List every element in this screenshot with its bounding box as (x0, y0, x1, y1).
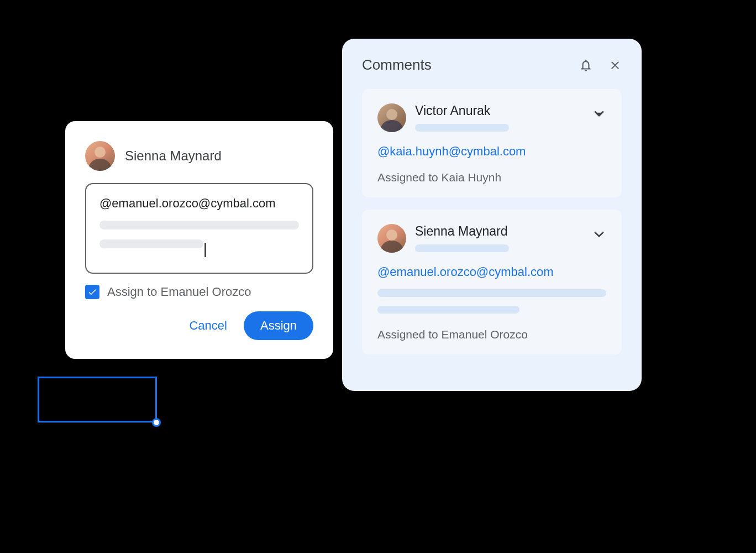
compose-author-name: Sienna Maynard (125, 148, 222, 164)
placeholder-line (377, 289, 606, 297)
button-row: Cancel Assign (85, 311, 313, 340)
comment-card[interactable]: Sienna Maynard @emanuel.orozco@cymbal.co… (362, 210, 622, 354)
comment-meta: Sienna Maynard (415, 224, 583, 252)
mention-text: @emanuel.orozco@cymbal.com (99, 196, 299, 211)
expand-button[interactable] (592, 227, 606, 244)
chevron-down-icon (592, 107, 606, 121)
chevron-down-icon (592, 227, 606, 242)
mention-link[interactable]: @emanuel.orozco@cymbal.com (377, 265, 606, 279)
close-button[interactable] (608, 59, 622, 72)
assign-label: Assign to Emanuel Orozco (107, 285, 251, 299)
comment-meta: Victor Anurak (415, 103, 583, 132)
comment-head: Sienna Maynard (377, 224, 606, 253)
cancel-button[interactable]: Cancel (177, 312, 239, 340)
avatar (377, 224, 406, 253)
comment-card[interactable]: Victor Anurak @kaia.huynh@cymbal.com Ass… (362, 89, 622, 197)
notifications-button[interactable] (579, 58, 593, 72)
avatar (377, 103, 406, 132)
placeholder-line (415, 124, 509, 132)
selection-handle[interactable] (152, 418, 161, 427)
close-icon (608, 59, 622, 72)
avatar (85, 141, 115, 171)
compose-header: Sienna Maynard (85, 141, 313, 171)
expand-button[interactable] (592, 107, 606, 123)
comments-panel: Comments Victor Anurak @kaia.huynh@cymba… (342, 39, 642, 391)
assign-button[interactable]: Assign (244, 311, 313, 340)
placeholder-line (377, 306, 519, 314)
assign-checkbox-row[interactable]: Assign to Emanuel Orozco (85, 285, 313, 299)
comment-author: Victor Anurak (415, 103, 583, 118)
panel-header: Comments (362, 56, 622, 74)
comment-input[interactable]: @emanuel.orozco@cymbal.com | (85, 183, 313, 274)
assigned-text: Assigned to Emanuel Orozco (377, 328, 606, 341)
placeholder-line (99, 221, 299, 229)
placeholder-line (99, 239, 203, 248)
comment-author: Sienna Maynard (415, 224, 583, 239)
check-icon (87, 287, 97, 297)
comment-head: Victor Anurak (377, 103, 606, 132)
bell-icon (579, 58, 593, 72)
panel-icons (579, 58, 622, 72)
selection-outline (38, 377, 157, 422)
placeholder-line (415, 244, 509, 252)
assign-checkbox[interactable] (85, 285, 99, 299)
panel-title: Comments (362, 56, 432, 74)
compose-comment-card: Sienna Maynard @emanuel.orozco@cymbal.co… (65, 121, 333, 359)
text-cursor: | (203, 244, 207, 253)
assigned-text: Assigned to Kaia Huynh (377, 171, 606, 184)
mention-link[interactable]: @kaia.huynh@cymbal.com (377, 144, 606, 159)
